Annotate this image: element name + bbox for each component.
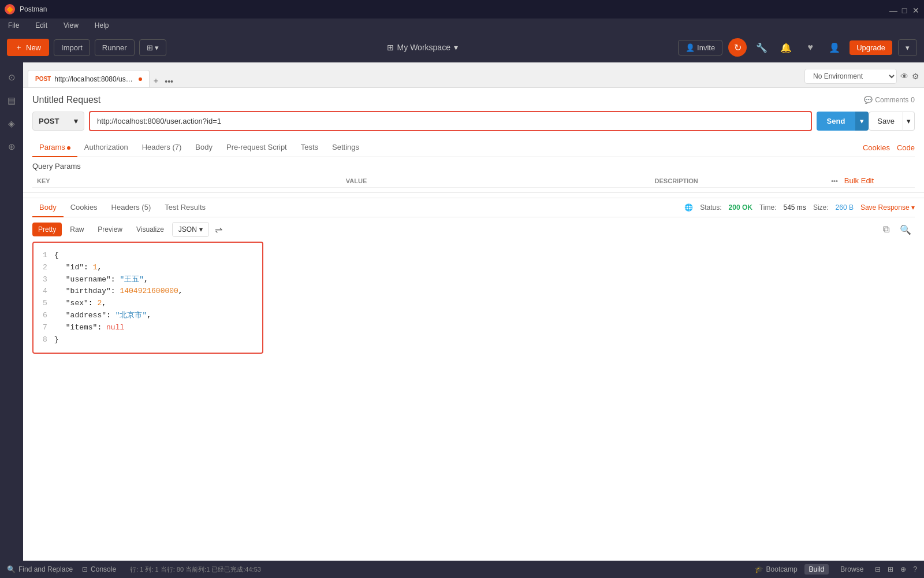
cookies-link[interactable]: Cookies bbox=[863, 143, 890, 152]
bulk-edit-button[interactable]: Bulk Edit bbox=[844, 176, 874, 185]
menu-help[interactable]: Help bbox=[91, 20, 113, 31]
invite-button[interactable]: 👤 Invite bbox=[678, 40, 722, 55]
sync-button[interactable]: ↻ bbox=[728, 38, 747, 57]
fmt-tab-raw[interactable]: Raw bbox=[64, 223, 90, 236]
fmt-tab-visualize[interactable]: Visualize bbox=[131, 223, 170, 236]
plus-icon: ＋ bbox=[15, 42, 23, 53]
tab-menu-button[interactable]: ••• bbox=[162, 76, 176, 87]
menu-file[interactable]: File bbox=[5, 20, 23, 31]
new-tab-button[interactable]: ＋ bbox=[150, 75, 162, 87]
resp-tab-cookies[interactable]: Cookies bbox=[64, 198, 105, 217]
query-params-title: Query Params bbox=[32, 162, 915, 171]
find-replace-label: Find and Replace bbox=[18, 565, 73, 573]
fmt-tab-pretty[interactable]: Pretty bbox=[32, 223, 62, 236]
tab-tests[interactable]: Tests bbox=[294, 138, 325, 157]
find-replace-button[interactable]: 🔍 Find and Replace bbox=[7, 565, 73, 573]
resp-tab-body[interactable]: Body bbox=[32, 198, 64, 217]
resp-tab-test-results[interactable]: Test Results bbox=[158, 198, 213, 217]
tab-body[interactable]: Body bbox=[188, 138, 219, 157]
spanner-button[interactable]: 🔧 bbox=[752, 38, 771, 57]
wrap-lines-button[interactable]: ⇌ bbox=[211, 223, 226, 237]
tab-prerequest[interactable]: Pre-request Script bbox=[219, 138, 294, 157]
upgrade-button[interactable]: Upgrade bbox=[850, 40, 892, 55]
console-icon: ⊡ bbox=[82, 565, 88, 573]
search-button[interactable]: 🔍 bbox=[896, 223, 915, 237]
tab-authorization[interactable]: Authorization bbox=[77, 138, 135, 157]
sidebar-apis[interactable]: ◈ bbox=[1, 113, 22, 134]
bell-button[interactable]: 🔔 bbox=[777, 38, 795, 57]
tab-url: http://localhost:8080/user.acti... bbox=[54, 75, 135, 83]
browse-button[interactable]: Browse bbox=[836, 564, 868, 575]
line-num-5: 5 bbox=[43, 298, 47, 310]
tab-headers[interactable]: Headers (7) bbox=[135, 138, 189, 157]
workspace-grid-icon: ⊞ bbox=[387, 43, 394, 52]
code-link[interactable]: Code bbox=[897, 143, 915, 152]
environment-select[interactable]: No Environment bbox=[804, 69, 897, 84]
layout-button[interactable]: ⊞ ▾ bbox=[139, 39, 167, 56]
app-title: Postman bbox=[20, 5, 47, 13]
bottom-right: 🎓 Bootcamp Build Browse ⊟ ⊞ ⊕ ? bbox=[755, 564, 917, 575]
line-num-2: 2 bbox=[43, 262, 47, 274]
col-value: VALUE bbox=[341, 174, 650, 188]
build-button[interactable]: Build bbox=[804, 564, 829, 575]
upgrade-dropdown[interactable]: ▾ bbox=[898, 39, 917, 56]
save-button[interactable]: Save bbox=[869, 112, 903, 131]
split-layout-button[interactable]: ⊟ bbox=[875, 565, 881, 573]
tab-auth-label: Authorization bbox=[84, 143, 128, 151]
tab-method: POST bbox=[35, 76, 51, 82]
send-dropdown-button[interactable]: ▾ bbox=[855, 112, 869, 131]
env-eye-button[interactable]: 👁 bbox=[900, 72, 908, 81]
method-select[interactable]: POST ▾ bbox=[32, 112, 84, 131]
help-button[interactable]: ? bbox=[913, 565, 917, 573]
send-button[interactable]: Send bbox=[817, 112, 856, 131]
comments-button[interactable]: 💬 Comments 0 bbox=[864, 96, 915, 104]
sidebar: ⊙ ▤ ◈ ⊕ bbox=[0, 62, 23, 561]
save-response-label: Save Response bbox=[860, 203, 910, 212]
tab-body-label: Body bbox=[195, 143, 213, 151]
resp-tab-headers[interactable]: Headers (5) bbox=[105, 198, 158, 217]
col-key: KEY bbox=[32, 174, 341, 188]
json-line-5: 5 "sex": 2, bbox=[43, 298, 253, 310]
comment-icon: 💬 bbox=[864, 96, 873, 104]
maximize-button[interactable]: □ bbox=[901, 6, 908, 13]
save-response-chevron: ▾ bbox=[911, 203, 915, 212]
save-response-button[interactable]: Save Response ▾ bbox=[860, 203, 915, 212]
menu-bar: File Edit View Help bbox=[0, 18, 924, 32]
save-dropdown-button[interactable]: ▾ bbox=[903, 112, 915, 131]
tab-dot bbox=[139, 77, 142, 81]
heart-button[interactable]: ♥ bbox=[801, 38, 819, 57]
tab-params[interactable]: Params bbox=[32, 138, 77, 157]
user-icon: 👤 bbox=[685, 43, 695, 52]
minimize-button[interactable]: — bbox=[889, 6, 896, 13]
method-value: POST bbox=[39, 117, 59, 125]
sidebar-history[interactable]: ⊙ bbox=[1, 67, 22, 88]
import-button[interactable]: Import bbox=[54, 39, 90, 56]
new-button[interactable]: ＋ New bbox=[7, 39, 49, 56]
sidebar-collections[interactable]: ▤ bbox=[1, 90, 22, 111]
console-button[interactable]: ⊡ Console bbox=[82, 565, 116, 573]
params-active-dot bbox=[67, 146, 70, 150]
menu-edit[interactable]: Edit bbox=[32, 20, 51, 31]
sidebar-environments[interactable]: ⊕ bbox=[1, 136, 22, 157]
close-button[interactable]: ✕ bbox=[912, 6, 919, 13]
url-input[interactable]: http://localhost:8080/user.action?id=1 bbox=[89, 111, 812, 131]
fmt-tab-preview[interactable]: Preview bbox=[92, 223, 128, 236]
multi-layout-button[interactable]: ⊞ bbox=[888, 565, 893, 573]
format-type-dropdown[interactable]: JSON ▾ bbox=[172, 222, 209, 237]
runner-button[interactable]: Runner bbox=[95, 39, 135, 56]
workspace-button[interactable]: ⊞ My Workspace ▾ bbox=[387, 43, 458, 52]
request-tab[interactable]: POST http://localhost:8080/user.acti... bbox=[28, 70, 150, 87]
bottom-left: 🔍 Find and Replace ⊡ Console 行: 1 列: 1 当… bbox=[7, 565, 261, 574]
line-num-7: 7 bbox=[43, 322, 47, 334]
env-settings-button[interactable]: ⚙ bbox=[912, 72, 919, 81]
json-line-2: 2 "id": 1, bbox=[43, 262, 253, 274]
bootcamp-button[interactable]: 🎓 Bootcamp bbox=[755, 565, 798, 573]
more-icon: ••• bbox=[831, 177, 838, 184]
copy-button[interactable]: ⧉ bbox=[880, 223, 893, 237]
req-tabs-right: Cookies Code bbox=[863, 143, 915, 152]
avatar-button[interactable]: 👤 bbox=[825, 38, 844, 57]
settings-button[interactable]: ⊕ bbox=[900, 565, 906, 573]
tab-settings[interactable]: Settings bbox=[325, 138, 366, 157]
size-value[interactable]: 260 B bbox=[836, 203, 854, 212]
menu-view[interactable]: View bbox=[60, 20, 82, 31]
